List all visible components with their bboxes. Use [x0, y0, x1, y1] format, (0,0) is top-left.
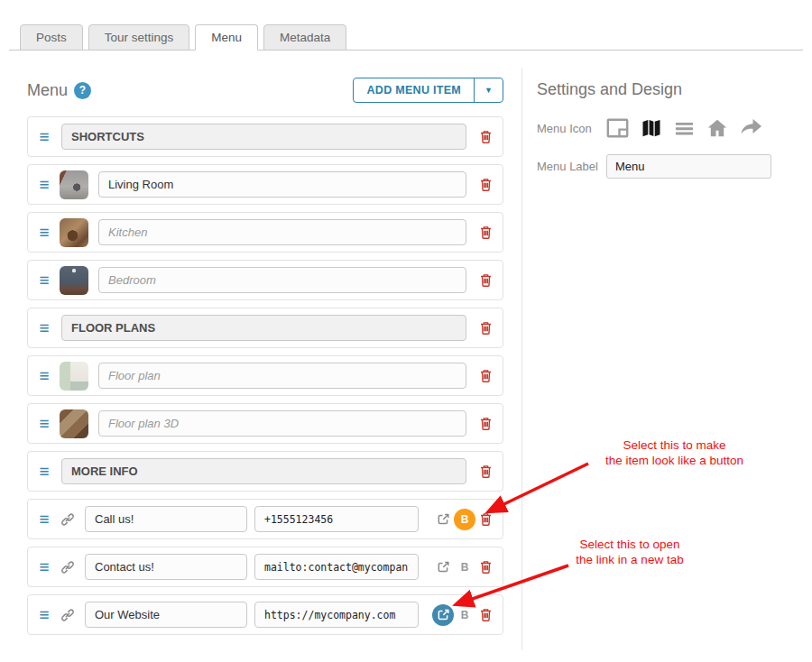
map-icon[interactable]: [641, 117, 662, 139]
menu-panel-header: Menu ? ADD MENU ITEM ▼: [27, 78, 503, 103]
menu-item-title-input[interactable]: [98, 410, 466, 437]
menu-item-row-contact-us: ≡B: [27, 547, 503, 587]
menu-item-row-floor-plan: ≡: [27, 355, 503, 396]
link-icon: [60, 560, 75, 575]
menu-item-row-kitchen: ≡: [27, 212, 503, 253]
menu-item-title-input[interactable]: [98, 219, 466, 245]
menu-item-label-input[interactable]: [85, 506, 247, 532]
list-icon[interactable]: [674, 118, 695, 139]
tab-bar: PostsTour settingsMenuMetadata: [9, 24, 803, 51]
annotation-new-tab: Select this to openthe link in a new tab: [549, 537, 711, 567]
trash-icon[interactable]: [478, 464, 494, 479]
trash-icon[interactable]: [478, 607, 494, 622]
menu-icon-row: Menu Icon: [537, 116, 762, 140]
drag-handle-icon[interactable]: ≡: [37, 224, 51, 241]
menu-label-input[interactable]: [606, 154, 771, 179]
open-new-tab-toggle[interactable]: [432, 509, 454, 530]
living-room-thumbnail: [60, 170, 88, 199]
menu-label-label: Menu Label: [537, 160, 606, 173]
annotation-line: Select this to make: [573, 437, 776, 453]
menu-header-input[interactable]: [61, 124, 466, 150]
drag-handle-icon[interactable]: ≡: [37, 176, 51, 193]
add-menu-item-dropdown-icon[interactable]: ▼: [474, 78, 503, 102]
link-icon: [60, 608, 75, 622]
menu-item-title-input[interactable]: [98, 363, 466, 389]
panel-divider: [521, 69, 522, 650]
open-new-tab-toggle[interactable]: [432, 604, 454, 626]
menu-item-title-input[interactable]: [98, 267, 466, 293]
drag-handle-icon[interactable]: ≡: [37, 558, 51, 575]
drag-handle-icon[interactable]: ≡: [37, 271, 51, 289]
menu-item-row-bedroom: ≡: [27, 260, 503, 300]
floor-plan-icon[interactable]: [606, 118, 629, 138]
add-menu-item-label[interactable]: ADD MENU ITEM: [354, 78, 474, 102]
menu-item-row-floor-plans: ≡: [27, 308, 503, 348]
menu-item-title-input[interactable]: [98, 171, 466, 198]
menu-item-row-call-us: ≡B: [27, 499, 503, 539]
menu-panel-title: Menu: [27, 81, 68, 100]
add-menu-item-button: ADD MENU ITEM ▼: [353, 78, 503, 103]
share-icon[interactable]: [740, 118, 762, 138]
trash-icon[interactable]: [478, 511, 494, 527]
home-icon[interactable]: [706, 117, 728, 139]
menu-item-row-our-website: ≡B: [27, 594, 503, 635]
menu-item-row-shortcuts: ≡: [27, 116, 503, 157]
menu-item-url-input[interactable]: [254, 506, 419, 532]
floor-plan-thumbnail: [60, 362, 88, 391]
help-icon[interactable]: ?: [74, 82, 91, 99]
drag-handle-icon[interactable]: ≡: [37, 415, 51, 432]
annotation-button-style: Select this to makethe item look like a …: [573, 437, 776, 468]
trash-icon[interactable]: [478, 225, 494, 240]
button-style-toggle[interactable]: B: [454, 509, 475, 530]
trash-icon[interactable]: [478, 559, 494, 575]
link-icon: [60, 512, 75, 527]
settings-panel-title: Settings and Design: [537, 80, 682, 99]
menu-item-label-input[interactable]: [85, 554, 247, 580]
trash-icon[interactable]: [478, 272, 494, 288]
drag-handle-icon[interactable]: ≡: [37, 606, 51, 623]
open-new-tab-toggle[interactable]: [432, 556, 454, 578]
menu-item-url-input[interactable]: [254, 602, 419, 628]
trash-icon[interactable]: [478, 416, 494, 431]
button-style-toggle[interactable]: B: [454, 556, 475, 578]
menu-icon-label: Menu Icon: [537, 122, 606, 135]
menu-panel: Menu ? ADD MENU ITEM ▼ ≡≡≡≡≡≡≡≡≡B≡B≡B: [27, 78, 503, 642]
menu-item-list: ≡≡≡≡≡≡≡≡≡B≡B≡B: [27, 116, 503, 635]
annotation-line: the item look like a button: [573, 453, 776, 468]
menu-item-label-input[interactable]: [85, 602, 247, 628]
tab-tour-settings[interactable]: Tour settings: [88, 24, 190, 51]
trash-icon[interactable]: [478, 129, 494, 144]
drag-handle-icon[interactable]: ≡: [37, 128, 51, 145]
menu-item-row-floor-plan-3d: ≡: [27, 403, 503, 444]
bedroom-thumbnail: [60, 266, 88, 295]
menu-label-row: Menu Label: [537, 154, 771, 179]
drag-handle-icon[interactable]: ≡: [37, 463, 51, 480]
trash-icon[interactable]: [478, 177, 494, 192]
drag-handle-icon[interactable]: ≡: [37, 367, 51, 384]
menu-item-row-living-room: ≡: [27, 164, 503, 205]
menu-header-input[interactable]: [61, 315, 466, 341]
tab-metadata[interactable]: Metadata: [263, 24, 346, 51]
annotation-line: Select this to open: [549, 537, 711, 552]
tab-menu[interactable]: Menu: [195, 24, 258, 51]
menu-item-row-more-info: ≡: [27, 451, 503, 492]
button-style-toggle[interactable]: B: [454, 604, 475, 626]
menu-header-input[interactable]: [61, 458, 466, 484]
kitchen-thumbnail: [60, 218, 88, 247]
annotation-line: the link in a new tab: [549, 552, 711, 567]
drag-handle-icon[interactable]: ≡: [37, 510, 51, 528]
trash-icon[interactable]: [478, 368, 494, 383]
trash-icon[interactable]: [478, 320, 494, 336]
menu-icon-choices: [606, 117, 762, 139]
tab-posts[interactable]: Posts: [20, 24, 83, 51]
drag-handle-icon[interactable]: ≡: [37, 319, 51, 336]
floor-plan-3d-thumbnail: [60, 409, 88, 438]
menu-item-url-input[interactable]: [254, 554, 419, 580]
